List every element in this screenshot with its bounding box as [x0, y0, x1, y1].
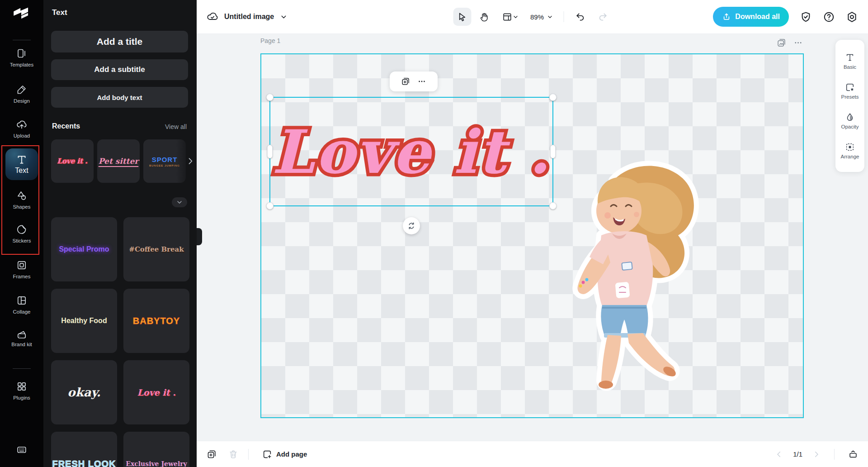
add-body-text-button[interactable]: Add body text [51, 87, 188, 108]
text-style-card[interactable]: okay. [51, 360, 117, 424]
redo-button[interactable] [594, 8, 612, 26]
duplicate-icon[interactable] [401, 77, 410, 86]
collage-icon [16, 295, 27, 306]
sidebar-item-collage[interactable]: Collage [0, 295, 43, 315]
text-style-card[interactable]: Special Promo [51, 217, 117, 281]
sidebar-item-label: Templates [10, 62, 33, 67]
text-icon [16, 154, 28, 166]
add-subtitle-button[interactable]: Add a subtitle [51, 59, 188, 80]
rotate-icon [407, 221, 416, 230]
text-basic-icon [845, 52, 855, 62]
element-toolbar [390, 71, 438, 91]
bottombar-divider [834, 449, 835, 460]
shield-check-icon[interactable] [800, 11, 812, 23]
hand-tool-button[interactable] [475, 8, 493, 26]
sidebar-item-frames[interactable]: Frames [0, 260, 43, 280]
rail-divider [13, 40, 31, 40]
sidebar-item-label: Upload [14, 133, 30, 138]
sidebar-item-plugins[interactable]: Plugins [0, 381, 43, 401]
templates-icon [16, 48, 27, 59]
sidebar-item-brand-kit[interactable]: Brand kit [0, 329, 43, 348]
resize-handle-e[interactable] [550, 145, 556, 158]
upload-icon [16, 119, 27, 130]
hand-icon [479, 12, 489, 22]
cloud-saved-icon [207, 11, 218, 23]
selection-box[interactable]: Love it . Love it . [269, 97, 553, 206]
text-style-card[interactable]: #Coffee Break [123, 217, 189, 281]
capcut-logo[interactable] [0, 6, 43, 22]
add-title-button[interactable]: Add a title [51, 31, 188, 52]
tab-basic[interactable]: Basic [844, 52, 856, 70]
canvas-page-1[interactable]: Love it . Love it . [260, 53, 804, 418]
recents-collapse-button[interactable] [172, 197, 187, 207]
sidebar-item-upload[interactable]: Upload [0, 119, 43, 139]
sidebar-item-stickers[interactable]: Stickers [0, 224, 43, 244]
help-icon[interactable] [823, 11, 835, 23]
frames-icon [16, 260, 27, 271]
text-style-card[interactable]: Love it . [123, 360, 189, 424]
resize-handle-nw[interactable] [266, 94, 274, 101]
next-page-icon[interactable] [812, 450, 821, 458]
chevron-down-icon [280, 13, 288, 21]
document-title-control[interactable]: Untitled image [207, 11, 288, 23]
bottombar-divider [248, 449, 249, 460]
chevron-down-icon [176, 199, 183, 206]
tab-opacity[interactable]: Opacity [841, 112, 859, 129]
keyboard-icon [16, 444, 27, 455]
undo-button[interactable] [571, 8, 590, 26]
rotate-handle[interactable] [403, 217, 420, 234]
zoom-control[interactable]: 89% [528, 13, 556, 21]
toolbar-divider [563, 11, 564, 22]
text-style-card[interactable]: Exclusive Jewelry [123, 432, 189, 467]
layout-tool-button[interactable] [497, 8, 524, 26]
sidebar-item-design[interactable]: Design [0, 84, 43, 105]
page-manager-icon[interactable] [848, 449, 858, 459]
sidebar-item-label: Shapes [13, 204, 30, 210]
opacity-icon [845, 112, 855, 122]
page-copy-image-icon[interactable] [777, 38, 786, 48]
resize-handle-sw[interactable] [266, 202, 274, 210]
add-page-button[interactable]: Add page [262, 449, 307, 459]
resize-handle-w[interactable] [267, 145, 273, 158]
sidebar-item-label: Text [15, 167, 28, 175]
text-style-grid: Special Promo #Coffee Break Healthy Food… [51, 217, 189, 467]
page-actions [777, 38, 803, 48]
canvas-text-element[interactable]: Love it . Love it . [272, 117, 551, 187]
sidebar-item-templates[interactable]: Templates [0, 48, 43, 68]
resize-handle-se[interactable] [549, 202, 557, 210]
recent-text-style[interactable]: Love it . [51, 139, 94, 183]
panel-collapse-handle[interactable] [197, 228, 202, 245]
text-style-card[interactable]: FRESH LOOK [51, 432, 117, 467]
select-tool-button[interactable] [453, 8, 471, 26]
shortcuts-button[interactable] [0, 444, 43, 457]
add-text-buttons: Add a title Add a subtitle Add body text [51, 31, 188, 108]
sidebar-item-shapes[interactable]: Shapes [0, 190, 43, 210]
delete-page-icon[interactable] [228, 449, 238, 459]
zoom-level: 89% [530, 13, 544, 21]
tab-presets[interactable]: Presets [841, 82, 859, 100]
export-icon [722, 12, 731, 21]
view-all-link[interactable]: View all [165, 123, 187, 130]
download-all-button[interactable]: Download all [713, 7, 789, 27]
main-area: Untitled image 89% [197, 0, 868, 467]
sidebar-item-label: Design [14, 98, 30, 104]
element-settings-panel: Basic Presets Opacity Arrange [835, 40, 864, 172]
recent-text-style[interactable]: Pet sitter [97, 139, 140, 183]
resize-handle-ne[interactable] [549, 94, 557, 101]
tab-arrange[interactable]: Arrange [841, 142, 859, 159]
recents-scroll-right-button[interactable] [176, 139, 197, 183]
text-style-card[interactable]: BABYTOY [123, 289, 189, 353]
download-all-label: Download all [735, 13, 780, 21]
page-navigation: 1/1 [775, 449, 858, 460]
sidebar-item-label: Collage [13, 309, 31, 315]
redo-icon [598, 12, 608, 22]
more-dots-icon[interactable] [417, 77, 426, 86]
sidebar-item-text[interactable]: Text [5, 148, 38, 180]
chevron-down-icon [512, 12, 519, 22]
page-more-icon[interactable] [793, 38, 803, 48]
top-toolbar: Untitled image 89% [197, 0, 868, 33]
settings-icon[interactable] [846, 11, 858, 23]
prev-page-icon[interactable] [775, 450, 783, 458]
text-style-card[interactable]: Healthy Food [51, 289, 117, 353]
duplicate-page-icon[interactable] [207, 449, 217, 459]
